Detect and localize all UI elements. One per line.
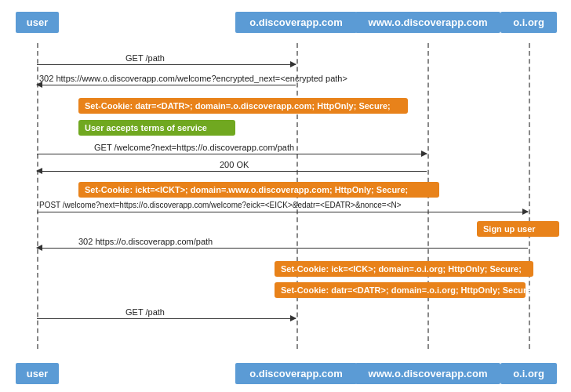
- box-m4: User accepts terms of service: [78, 120, 235, 136]
- actor-o-i-org-bottom: o.i.org: [500, 363, 557, 384]
- actor-o-i-org-top: o.i.org: [500, 12, 557, 33]
- box-m3: Set-Cookie: datr=<DATR>; domain=.o.disco…: [78, 98, 408, 114]
- label-m13: GET /path: [125, 307, 165, 317]
- label-m8: POST /welcome?next=https://o.discoverapp…: [39, 201, 402, 209]
- label-m1: GET /path: [125, 53, 165, 63]
- box-m12: Set-Cookie: datr=<DATR>; domain=.o.i.org…: [275, 282, 526, 298]
- lifeline-user: [37, 43, 38, 349]
- label-m6: 200 OK: [220, 160, 249, 169]
- arrow-m1: [37, 64, 296, 65]
- actor-user-top: user: [16, 12, 59, 33]
- actor-www-discover-top: www.o.discoverapp.com: [355, 12, 500, 33]
- arrow-m2: [37, 85, 296, 85]
- actor-o-discover-top: o.discoverapp.com: [235, 12, 357, 33]
- actor-www-discover-bottom: www.o.discoverapp.com: [355, 363, 500, 384]
- box-m7: Set-Cookie: ickt=<ICKT>; domain=.www.o.d…: [78, 182, 439, 198]
- arrow-m8: [37, 212, 528, 212]
- label-m10: 302 https://o.discoverapp.com/path: [78, 237, 213, 246]
- box-m11: Set-Cookie: ick=<ICK>; domain=.o.i.org; …: [275, 261, 533, 277]
- arrow-m10: [37, 248, 528, 249]
- arrow-m6: [37, 171, 427, 172]
- label-m5: GET /welcome?next=https://o.discoverapp.…: [94, 143, 294, 152]
- arrow-m13: [37, 318, 296, 319]
- actor-user-bottom: user: [16, 363, 59, 384]
- box-sign-up-user: Sign up user: [477, 221, 559, 237]
- arrow-m5: [37, 154, 427, 154]
- label-m2: 302 https://www.o.discoverapp.com/welcom…: [39, 74, 347, 83]
- sequence-diagram: user o.discoverapp.com www.o.discoverapp…: [0, 0, 571, 392]
- lifeline-o-i-org: [529, 43, 530, 349]
- actor-o-discover-bottom: o.discoverapp.com: [235, 363, 357, 384]
